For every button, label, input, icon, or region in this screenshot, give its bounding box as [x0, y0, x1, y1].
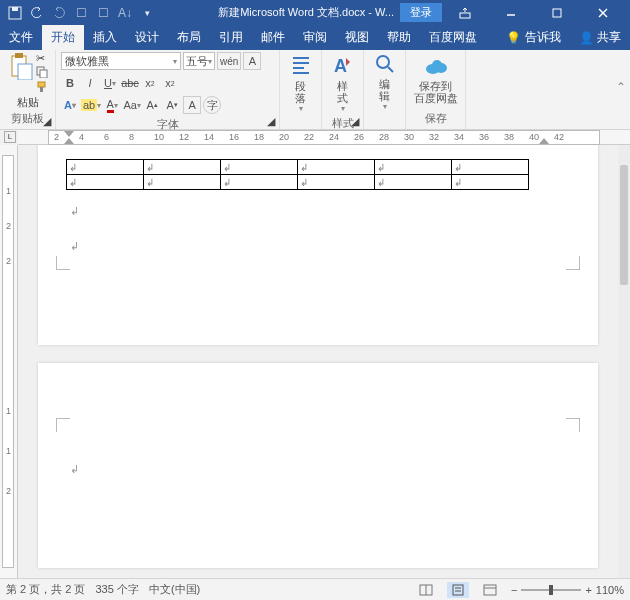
paste-icon[interactable]	[8, 52, 34, 95]
paragraph-mark: ↲	[70, 463, 79, 476]
tell-me-button[interactable]: 💡 告诉我	[497, 25, 569, 50]
login-button[interactable]: 登录	[400, 3, 442, 22]
paragraph-mark: ↲	[70, 240, 79, 253]
tab-selector-icon[interactable]: L	[4, 131, 16, 143]
share-icon: 👤	[579, 31, 594, 45]
qat-dropdown-icon[interactable]: ▾	[137, 3, 157, 23]
tab-home[interactable]: 开始	[42, 25, 84, 50]
save-baidu-button[interactable]: 保存到 百度网盘	[411, 52, 460, 110]
clipboard-dialog-launcher-icon[interactable]: ◢	[41, 115, 53, 127]
enclose-char-button[interactable]: 字	[203, 96, 221, 114]
strikethrough-button[interactable]: abc	[121, 74, 139, 92]
vertical-ruler[interactable]: 122112	[0, 145, 18, 578]
copy-icon[interactable]	[36, 66, 48, 80]
tab-references[interactable]: 引用	[210, 25, 252, 50]
font-dialog-launcher-icon[interactable]: ◢	[265, 115, 277, 127]
first-line-indent-icon[interactable]	[64, 138, 74, 144]
hanging-indent-icon[interactable]	[64, 131, 74, 137]
svg-rect-29	[484, 585, 496, 595]
ruler-tick: 34	[454, 132, 464, 142]
tab-insert[interactable]: 插入	[84, 25, 126, 50]
document-table[interactable]: ↲↲↲↲↲↲ ↲↲↲↲↲↲	[66, 159, 529, 190]
print-layout-icon[interactable]	[447, 582, 469, 598]
tab-view[interactable]: 视图	[336, 25, 378, 50]
page-1[interactable]: ↲↲↲↲↲↲ ↲↲↲↲↲↲ ↲ ↲	[38, 145, 598, 345]
collapse-ribbon-icon[interactable]: ⌃	[616, 80, 626, 94]
word-count[interactable]: 335 个字	[95, 582, 138, 597]
ruler-tick: 22	[304, 132, 314, 142]
paragraph-button[interactable]: 段落 ▾	[285, 52, 316, 115]
superscript-button[interactable]: x2	[161, 74, 179, 92]
tab-design[interactable]: 设计	[126, 25, 168, 50]
tab-file[interactable]: 文件	[0, 25, 42, 50]
svg-point-23	[432, 60, 442, 70]
svg-rect-26	[453, 585, 463, 595]
qat-icon-1[interactable]: ☐	[71, 3, 91, 23]
zoom-slider[interactable]	[521, 589, 581, 591]
language-status[interactable]: 中文(中国)	[149, 582, 200, 597]
zoom-level[interactable]: 110%	[596, 584, 624, 596]
web-layout-icon[interactable]	[479, 582, 501, 598]
subscript-button[interactable]: x2	[141, 74, 159, 92]
save-icon[interactable]	[5, 3, 25, 23]
zoom-in-button[interactable]: +	[585, 584, 591, 596]
ruler-tick: 2	[6, 486, 11, 496]
clear-format-button[interactable]: A	[183, 96, 201, 114]
grow-font-button[interactable]: A▴	[143, 96, 161, 114]
phonetic-guide-button[interactable]: wén	[217, 52, 241, 70]
svg-rect-2	[460, 13, 470, 18]
font-color-button[interactable]: A▾	[103, 96, 121, 114]
font-name-combo[interactable]: 微软雅黑▾	[61, 52, 181, 70]
page-status[interactable]: 第 2 页，共 2 页	[6, 582, 85, 597]
read-mode-icon[interactable]	[415, 582, 437, 598]
maximize-icon[interactable]	[534, 0, 580, 25]
share-button[interactable]: 👤 共享	[570, 25, 630, 50]
ruler-tick: 26	[354, 132, 364, 142]
close-icon[interactable]	[580, 0, 626, 25]
tab-help[interactable]: 帮助	[378, 25, 420, 50]
qat-icon-2[interactable]: ☐	[93, 3, 113, 23]
char-border-button[interactable]: A	[243, 52, 261, 70]
styles-dialog-launcher-icon[interactable]: ◢	[349, 115, 361, 127]
cut-icon[interactable]: ✂	[36, 52, 48, 65]
vertical-scrollbar[interactable]	[618, 145, 630, 578]
italic-button[interactable]: I	[81, 74, 99, 92]
tab-mail[interactable]: 邮件	[252, 25, 294, 50]
ribbon-options-icon[interactable]	[442, 0, 488, 25]
tab-baidu[interactable]: 百度网盘	[420, 25, 486, 50]
ruler-tick: 4	[79, 132, 84, 142]
font-size-combo[interactable]: 五号▾	[183, 52, 215, 70]
ruler-tick: 14	[204, 132, 214, 142]
svg-line-20	[388, 67, 393, 72]
cloud-icon	[423, 58, 449, 78]
tab-layout[interactable]: 布局	[168, 25, 210, 50]
ruler-tick: 36	[479, 132, 489, 142]
edit-button[interactable]: 编辑 ▾	[369, 52, 400, 113]
qat-icon-3[interactable]: A↓	[115, 3, 135, 23]
underline-button[interactable]: U▾	[101, 74, 119, 92]
page-2[interactable]: ↲	[38, 363, 598, 568]
shrink-font-button[interactable]: A▾	[163, 96, 181, 114]
ruler-tick: 18	[254, 132, 264, 142]
change-case-button[interactable]: Aa▾	[123, 96, 141, 114]
ruler-tick: 10	[154, 132, 164, 142]
ruler-tick: 6	[104, 132, 109, 142]
bold-button[interactable]: B	[61, 74, 79, 92]
text-effects-button[interactable]: A▾	[61, 96, 79, 114]
horizontal-ruler[interactable]: L 24681012141618202224262830323436384042	[18, 130, 630, 145]
bulb-icon: 💡	[506, 31, 521, 45]
redo-icon[interactable]	[49, 3, 69, 23]
margin-corner	[56, 418, 70, 432]
zoom-out-button[interactable]: −	[511, 584, 517, 596]
svg-rect-1	[12, 7, 18, 11]
scrollbar-thumb[interactable]	[620, 165, 628, 285]
minimize-icon[interactable]	[488, 0, 534, 25]
tab-review[interactable]: 审阅	[294, 25, 336, 50]
paragraph-icon	[290, 54, 312, 78]
format-painter-icon[interactable]	[36, 81, 48, 95]
styles-button[interactable]: A 样式 ▾	[327, 52, 358, 115]
zoom-slider-thumb[interactable]	[549, 585, 553, 595]
highlight-button[interactable]: ab▾	[81, 96, 101, 114]
right-indent-icon[interactable]	[539, 138, 549, 144]
undo-icon[interactable]	[27, 3, 47, 23]
